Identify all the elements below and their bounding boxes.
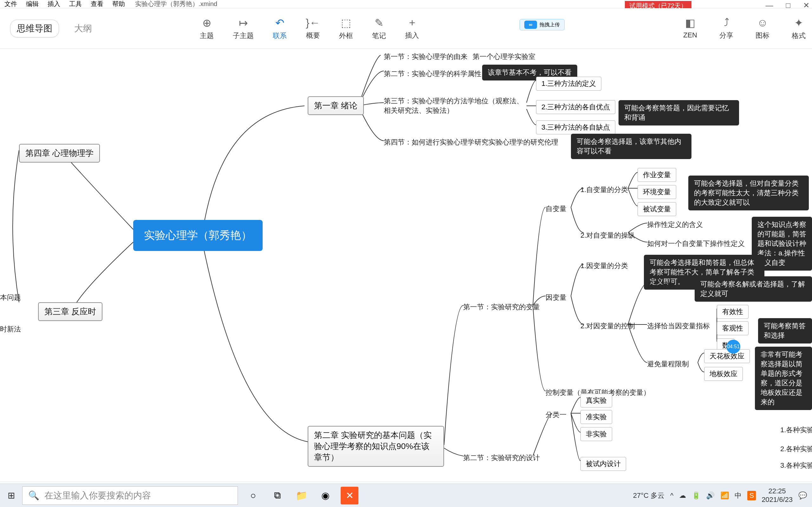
node-text[interactable]: 分类一 — [546, 410, 566, 419]
weather-widget[interactable]: 27°C 多云 — [633, 491, 664, 500]
node-box[interactable]: 天花板效应 — [704, 349, 750, 363]
xmind-icon[interactable]: ✕ — [341, 487, 358, 504]
node-text[interactable]: 选择恰当因变量指标 — [647, 321, 710, 331]
chapter4-node[interactable]: 第四章 心理物理学 — [19, 144, 100, 163]
chapter2-node[interactable]: 第二章 实验研究的基本问题（实验心理学考察的知识点90%在该章节） — [308, 426, 444, 467]
note-dark[interactable]: 可能考察简答和选择 — [758, 318, 812, 343]
subtopic-button[interactable]: ↦子主题 — [233, 16, 254, 41]
chrome-icon[interactable]: ◉ — [316, 487, 334, 504]
iconlib-button[interactable]: ☺图标 — [756, 16, 769, 41]
chevron-up-icon[interactable]: ^ — [670, 492, 673, 500]
node-box[interactable]: 客观性 — [717, 321, 749, 335]
node-box[interactable]: 被试内设计 — [580, 457, 626, 471]
filename: 实验心理学（郭秀艳）.xmind — [135, 0, 217, 8]
menu-view[interactable]: 查看 — [91, 0, 103, 8]
boundary-button[interactable]: ⬚外框 — [339, 16, 353, 41]
notification-icon[interactable]: 💬 — [798, 492, 807, 500]
node-text[interactable]: 避免量程限制 — [647, 359, 689, 369]
node-box[interactable]: 3.三种方法的各自缺点 — [536, 120, 615, 134]
note-dark[interactable]: 可能会考选择题，但对自变量分类的考察可能性太大，清楚三种分类的大致定义就可以 — [688, 176, 809, 210]
menu-help[interactable]: 帮助 — [112, 0, 125, 8]
mindmap-canvas[interactable]: 实验心理学（郭秀艳） 第一章 绪论 第二章 实验研究的基本问题（实验心理学考察的… — [0, 49, 812, 482]
node-box[interactable]: 作业变量 — [638, 168, 676, 182]
topic-icon: ⊕ — [202, 16, 211, 29]
summary-icon: }← — [306, 16, 320, 29]
zen-icon: ◧ — [685, 16, 695, 29]
boundary-icon: ⬚ — [341, 16, 351, 29]
notes-icon: ✎ — [374, 16, 384, 29]
zen-button[interactable]: ◧ZEN — [683, 16, 697, 41]
note-dark[interactable]: 可能会考察名解或者选择题，了解定义就可 — [695, 276, 812, 302]
menu-tools[interactable]: 工具 — [69, 0, 82, 8]
note-dark[interactable]: 可能会考察选择题，该章节其他内容可以不看 — [571, 134, 692, 159]
cloud-icon: ∞ — [524, 20, 537, 29]
root-node[interactable]: 实验心理学（郭秀艳） — [133, 220, 263, 251]
notes-button[interactable]: ✎笔记 — [372, 16, 386, 41]
node-text[interactable]: 第一节：实验心理学的由来 — [384, 52, 467, 61]
node-text[interactable]: 2.各种实验方 — [780, 444, 812, 454]
node-box[interactable]: 有效性 — [717, 305, 749, 319]
search-input[interactable]: 🔍在这里输入你要搜索的内容 — [22, 487, 238, 505]
node-text[interactable]: 1.自变量的分类 — [580, 185, 628, 194]
onedrive-icon[interactable]: ☁ — [679, 492, 686, 500]
node-text[interactable]: 第一个心理学实验室 — [473, 52, 536, 61]
tab-outline[interactable]: 大纲 — [68, 20, 98, 37]
chapter1-node[interactable]: 第一章 绪论 — [308, 96, 364, 115]
node-box[interactable]: 被试变量 — [638, 202, 676, 216]
tab-mindmap[interactable]: 思维导图 — [10, 20, 59, 38]
clock[interactable]: 22:252021/6/23 — [762, 487, 793, 504]
node-text[interactable]: 3.各种实验方 — [780, 461, 812, 470]
speaker-icon[interactable]: 🔊 — [706, 492, 715, 500]
node-box[interactable]: 地板效应 — [704, 367, 743, 381]
search-icon: 🔍 — [28, 490, 39, 501]
node-text[interactable]: 自变量 — [546, 204, 566, 214]
node-text[interactable]: 第二节：实验心理学的科学属性 — [384, 69, 481, 78]
node-text[interactable]: 2.对自变量的操纵 — [580, 231, 635, 240]
brush-icon: ✦ — [794, 16, 803, 29]
node-box[interactable]: 准实验 — [580, 410, 612, 424]
menu-insert[interactable]: 插入 — [48, 0, 60, 8]
sogou-icon[interactable]: S — [747, 491, 756, 500]
note-dark[interactable]: 非常有可能考察选择题以简单题的形式考察，道区分是地板效应还是来的 — [755, 347, 812, 410]
share-icon: ⤴ — [724, 16, 729, 29]
battery-icon[interactable]: 🔋 — [692, 492, 700, 500]
note-dark[interactable]: 可能会考察简答题，因此需要记忆和背诵 — [618, 100, 739, 125]
node-box[interactable]: 2.三种方法的各自优点 — [536, 100, 615, 114]
cloud-upload[interactable]: ∞拖拽上传 — [519, 19, 565, 31]
menu-edit[interactable]: 编辑 — [26, 0, 39, 8]
explorer-icon[interactable]: 📁 — [293, 487, 310, 504]
node-text[interactable]: 第三节：实验心理学的方法学地位（观察法、相关研究法、实验法） — [384, 96, 523, 115]
insert-button[interactable]: +插入 — [405, 16, 419, 41]
share-button[interactable]: ⤴分享 — [719, 16, 733, 41]
format-button[interactable]: ✦格式 — [792, 16, 806, 41]
node-text[interactable]: 1.各种实验 — [780, 425, 812, 435]
node-text[interactable]: 反应控制 — [647, 280, 675, 290]
node-box[interactable]: 真实验 — [580, 394, 612, 407]
node-text[interactable]: 实验心理学的研究伦理 — [489, 137, 558, 147]
node-text[interactable]: 操作性定义的含义 — [647, 220, 703, 229]
ime-icon[interactable]: 中 — [734, 491, 742, 500]
plus-icon: + — [409, 16, 415, 29]
topic-button[interactable]: ⊕主题 — [200, 16, 214, 41]
summary-button[interactable]: }←概要 — [306, 16, 320, 41]
node-box[interactable]: 环境变量 — [638, 185, 676, 199]
node-text[interactable]: 第二节：实验研究的设计 — [463, 453, 540, 463]
node-text[interactable]: 如何对一个自变量下操作性定义 — [647, 239, 745, 248]
menu-file[interactable]: 文件 — [4, 0, 17, 8]
fragment-text: 本问题 — [0, 293, 21, 302]
node-box[interactable]: 1.三种方法的定义 — [536, 77, 601, 91]
node-box[interactable]: 非实验 — [580, 427, 612, 441]
subtopic-icon: ↦ — [239, 16, 248, 29]
smiley-icon: ☺ — [757, 16, 768, 29]
node-text[interactable]: 第四节：如何进行实验心理学研究 — [384, 137, 489, 147]
cortana-icon[interactable]: ○ — [244, 487, 262, 504]
relation-button[interactable]: ↶联系 — [273, 16, 287, 41]
chapter3-node[interactable]: 第三章 反应时 — [38, 302, 102, 321]
node-text[interactable]: 第一节：实验研究的变量 — [463, 302, 540, 312]
start-button[interactable]: ⊞ — [0, 484, 22, 507]
node-text[interactable]: 2.对因变量的控制 — [580, 321, 635, 331]
wifi-icon[interactable]: 📶 — [720, 492, 729, 500]
node-text[interactable]: 因变量 — [546, 293, 566, 302]
node-text[interactable]: 1.因变量的分类 — [580, 261, 628, 271]
taskview-icon[interactable]: ⧉ — [268, 487, 286, 504]
